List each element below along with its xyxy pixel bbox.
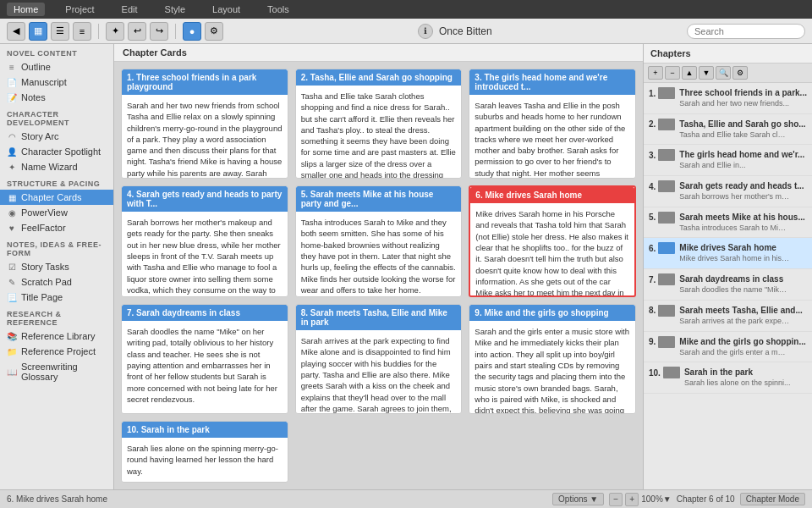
zoom-in-btn[interactable]: + — [625, 493, 639, 506]
name-wizard-icon: ✦ — [7, 163, 17, 172]
card-5[interactable]: 5. Sarah meets Mike at his house party a… — [295, 185, 463, 297]
sidebar-item-title-page[interactable]: 📃 Title Page — [0, 290, 113, 305]
cards-grid: 1. Three school friends in a park playgr… — [114, 62, 643, 489]
app-title: Once Bitten — [439, 25, 492, 37]
tab-edit[interactable]: Edit — [115, 3, 145, 16]
card-3[interactable]: 3. The girls head home and we're introdu… — [469, 69, 636, 179]
card-body-9: Sarah and the girls enter a music store … — [469, 321, 635, 414]
card-header-6: 6. Mike drives Sarah home — [470, 187, 634, 203]
gear-btn[interactable]: ⚙ — [205, 22, 223, 41]
card-8[interactable]: 8. Sarah meets Tasha, Ellie and Mike in … — [295, 304, 463, 414]
card-header-4: 4. Sarah gets ready and heads to party w… — [122, 186, 288, 212]
chapter-item-5[interactable]: 5.Sarah meets Mike at his hous...Tasha i… — [644, 207, 812, 239]
zoom-level[interactable]: 100%▼ — [641, 494, 671, 504]
sidebar-label-name-wizard: Name Wizard — [21, 162, 78, 172]
chapter-num-icon-6: 6. — [649, 242, 675, 254]
chapter-text-2: Tasha, Ellie and Sarah go sho...Tasha an… — [679, 119, 807, 141]
chapter-add-btn[interactable]: + — [648, 66, 663, 80]
chapters-list: 1.Three school friends in a park...Sarah… — [644, 83, 812, 489]
sidebar-item-powerview[interactable]: ◉ PowerView — [0, 205, 113, 220]
chapter-item-6[interactable]: 6.Mike drives Sarah homeMike drives Sara… — [644, 238, 812, 269]
tab-style[interactable]: Style — [158, 3, 192, 16]
chapter-item-1[interactable]: 1.Three school friends in a park...Sarah… — [644, 83, 812, 114]
sidebar-item-screenwriting-glossary[interactable]: 📖 Screenwriting Glossary — [0, 359, 113, 384]
sidebar-item-story-tasks[interactable]: ☑ Story Tasks — [0, 259, 113, 274]
back-button[interactable]: ◀ — [7, 22, 25, 41]
tab-tools[interactable]: Tools — [261, 3, 296, 16]
redo-btn[interactable]: ↪ — [150, 22, 168, 41]
chapter-icon-9 — [658, 336, 675, 348]
sidebar-item-reference-library[interactable]: 📚 Reference Library — [0, 329, 113, 344]
content-header: Chapter Cards — [114, 44, 643, 62]
undo-btn[interactable]: ↩ — [128, 22, 146, 41]
view-btn-1[interactable]: ▦ — [29, 22, 47, 41]
card-body-2: Tasha and Ellie take Sarah clothes shopp… — [296, 86, 462, 179]
screenwriting-glossary-icon: 📖 — [7, 367, 17, 377]
chapter-title-7: Sarah daydreams in class — [679, 273, 807, 284]
chapter-icon-10 — [663, 367, 680, 378]
sidebar-item-name-wizard[interactable]: ✦ Name Wizard — [0, 159, 113, 174]
card-header-7: 7. Sarah daydreams in class — [122, 305, 288, 321]
chapter-num-icon-9: 9. — [649, 336, 675, 348]
chapter-icon-3 — [658, 149, 675, 161]
circle-btn[interactable]: ● — [183, 22, 201, 41]
card-7[interactable]: 7. Sarah daydreams in classSarah doodles… — [121, 304, 288, 414]
feelfactor-icon: ♥ — [7, 224, 17, 233]
chapter-item-8[interactable]: 8.Sarah meets Tasha, Ellie and...Sarah a… — [644, 301, 812, 332]
asterisk-btn[interactable]: ✦ — [106, 22, 124, 41]
view-btn-3[interactable]: ≡ — [73, 22, 91, 41]
card-9[interactable]: 9. Mike and the girls go shoppingSarah a… — [469, 304, 636, 414]
structure-header: STRUCTURE & PACING — [0, 174, 113, 190]
notes-header: NOTES, IDEAS & FREE-FORM — [0, 235, 113, 259]
status-bar: 6. Mike drives Sarah home Options ▼ − + … — [0, 489, 812, 508]
chapter-item-3[interactable]: 3.The girls head home and we'r...Sarah a… — [644, 145, 812, 176]
tab-layout[interactable]: Layout — [206, 3, 247, 16]
sidebar-item-feelfactor[interactable]: ♥ FeelFactor — [0, 220, 113, 235]
sidebar-item-character-spotlight[interactable]: 👤 Character Spotlight — [0, 144, 113, 159]
chapter-item-10[interactable]: 10.Sarah in the parkSarah lies alone on … — [644, 362, 812, 394]
chapter-icon-1 — [658, 87, 675, 99]
sidebar-label-story-tasks: Story Tasks — [21, 262, 69, 272]
status-text: 6. Mike drives Sarah home — [7, 494, 546, 504]
sidebar-label-character-spotlight: Character Spotlight — [21, 146, 101, 157]
chapter-num-icon-10: 10. — [649, 367, 680, 378]
chapter-sub-10: Sarah lies alone on the spinni... — [684, 378, 794, 389]
chapter-num-7: 7. — [649, 275, 656, 284]
chapter-num-9: 9. — [649, 337, 656, 346]
card-6[interactable]: 6. Mike drives Sarah homeMike drives Sar… — [469, 185, 636, 297]
notes-icon: 📝 — [7, 93, 17, 102]
sidebar-item-reference-project[interactable]: 📁 Reference Project — [0, 344, 113, 359]
search-input[interactable] — [687, 24, 805, 39]
chapter-item-2[interactable]: 2.Tasha, Ellie and Sarah go sho...Tasha … — [644, 114, 812, 146]
sidebar-item-outline[interactable]: ≡ Outline — [0, 59, 113, 75]
chapter-down-btn[interactable]: ▼ — [699, 66, 714, 80]
chapter-item-9[interactable]: 9.Mike and the girls go shoppin...Sarah … — [644, 332, 812, 363]
sidebar-item-story-arc[interactable]: ◠ Story Arc — [0, 129, 113, 144]
sidebar-item-manuscript[interactable]: 📄 Manuscript — [0, 75, 113, 90]
chapter-item-7[interactable]: 7.Sarah daydreams in classSarah doodles … — [644, 269, 812, 301]
sidebar-item-notes[interactable]: 📝 Notes — [0, 90, 113, 105]
tab-home[interactable]: Home — [7, 3, 45, 16]
card-10[interactable]: 10. Sarah in the parkSarah lies alone on… — [121, 421, 288, 483]
card-4[interactable]: 4. Sarah gets ready and heads to party w… — [121, 185, 288, 297]
info-button[interactable]: ℹ — [418, 24, 433, 39]
sidebar-item-scratch-pad[interactable]: ✎ Scratch Pad — [0, 274, 113, 290]
chapter-up-btn[interactable]: ▲ — [682, 66, 697, 80]
zoom-out-btn[interactable]: − — [609, 493, 623, 506]
chapter-num-10: 10. — [649, 368, 661, 378]
sidebar-label-reference-project: Reference Project — [21, 346, 96, 356]
options-button[interactable]: Options ▼ — [552, 493, 604, 505]
chapter-item-4[interactable]: 4.Sarah gets ready and heads t...Sarah b… — [644, 176, 812, 207]
tab-project[interactable]: Project — [58, 3, 101, 16]
chapter-num-4: 4. — [649, 182, 656, 191]
sidebar-item-chapter-cards[interactable]: ▦ Chapter Cards — [0, 190, 113, 205]
chapter-mode-button[interactable]: Chapter Mode — [740, 493, 805, 505]
chapter-settings-btn[interactable]: ⚙ — [732, 66, 748, 80]
chapters-panel-header: Chapters — [644, 44, 812, 64]
view-btn-2[interactable]: ☰ — [51, 22, 69, 41]
chapter-minus-btn[interactable]: − — [665, 66, 680, 80]
chapter-search-btn[interactable]: 🔍 — [716, 66, 731, 80]
character-spotlight-icon: 👤 — [7, 147, 17, 157]
card-1[interactable]: 1. Three school friends in a park playgr… — [121, 69, 288, 179]
card-2[interactable]: 2. Tasha, Ellie and Sarah go shoppingTas… — [295, 69, 463, 179]
